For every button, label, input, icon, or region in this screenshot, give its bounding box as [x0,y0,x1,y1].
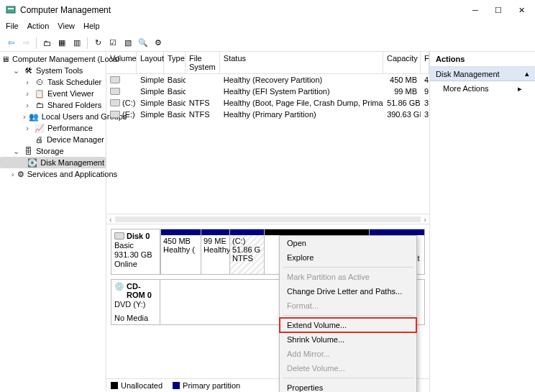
disk-icon [114,232,124,240]
disk-size: 931.30 GB [114,250,157,259]
header-layout[interactable]: Layout [137,52,164,73]
cdrom-info: 💿CD-ROM 0 DVD (Y:) No Media [111,280,160,324]
expand-icon[interactable]: › [23,78,32,86]
ctx-extend-volume[interactable]: Extend Volume... [280,318,416,332]
part-label: NTFS [232,254,262,263]
tree-label: Storage [36,147,64,155]
menu-action[interactable]: Action [27,22,50,33]
legend-swatch-primary [173,382,180,389]
volume-icon [110,111,120,118]
tree-disk-management[interactable]: 💽Disk Management [0,157,106,168]
menu-view[interactable]: View [58,22,75,33]
users-icon: 👥 [29,111,39,122]
cell: Healthy (Boot, Page File, Crash Dump, Pr… [220,98,383,108]
close-button[interactable]: ✕ [516,5,526,15]
cell: 51.86 GB [383,98,421,108]
tree-shared-folders[interactable]: ›🗀Shared Folders [0,99,106,111]
collapse-icon[interactable]: ⌄ [12,147,20,156]
scroll-right-icon[interactable]: › [424,215,426,224]
minimize-button[interactable]: ─ [470,5,480,15]
gear-icon[interactable]: ⚙ [152,37,165,50]
forward-icon[interactable]: ⇨ [19,37,32,50]
tree-services-apps[interactable]: ›⚙Services and Applications [0,168,106,180]
menu-file[interactable]: File [6,22,19,33]
part-label: Healthy ( [163,245,198,254]
cell: Healthy (EFI System Partition) [220,86,383,96]
tree-root[interactable]: 🖥 Computer Management (Local [0,53,106,65]
header-status[interactable]: Status [220,52,383,73]
cell: Basic [164,98,186,108]
back-icon[interactable]: ⇦ [4,37,17,50]
search-icon[interactable]: 🔍 [137,37,150,50]
cell: NTFS [186,109,220,119]
list-header: Volume Layout Type File System Status Ca… [106,52,429,74]
tree-device-manager[interactable]: 🖨Device Manager [0,134,106,145]
tree-label: Event Viewer [47,89,94,98]
tree-system-tools[interactable]: ⌄ 🛠 System Tools [0,65,106,76]
header-type[interactable]: Type [164,52,186,73]
folder-icon[interactable]: 🗀 [40,37,53,50]
event-icon: 📋 [35,88,45,99]
properties-icon[interactable]: ☑ [106,37,119,50]
table-row[interactable]: SimpleBasicHealthy (EFI System Partition… [106,86,429,97]
table-row[interactable]: SimpleBasicHealthy (Recovery Partition)4… [106,74,429,86]
disk-type: Basic [114,241,157,250]
clock-icon: ⏲ [35,77,45,87]
expand-icon[interactable]: › [23,112,26,121]
ctx-change-letter[interactable]: Change Drive Letter and Paths... [280,284,416,298]
partition-c[interactable]: (C:)51.86 GNTFS [229,229,264,274]
horizontal-scrollbar[interactable]: ‹› [106,214,429,224]
view2-icon[interactable]: ▥ [70,37,83,50]
header-fs[interactable]: File System [186,52,220,73]
table-row[interactable]: (E:)SimpleBasicNTFSHealthy (Primary Part… [106,109,429,120]
part-label: 450 MB [163,237,198,245]
cdrom-state: No Media [114,314,157,322]
header-volume[interactable]: Volume [106,52,137,73]
table-row[interactable]: (C:)SimpleBasicNTFSHealthy (Boot, Page F… [106,97,429,109]
maximize-button[interactable]: ☐ [493,5,503,15]
toolbar: ⇦ ⇨ 🗀 ▦ ▥ ↻ ☑ ▧ 🔍 ⚙ [0,35,535,52]
actions-section[interactable]: Disk Management ▴ [430,67,535,81]
expand-icon[interactable]: › [23,101,32,109]
expand-icon[interactable]: › [12,170,14,178]
partition-efi[interactable]: 99 MEHealthy [201,229,229,274]
cdrom-icon: 💿 [114,282,124,299]
tree-task-scheduler[interactable]: ›⏲Task Scheduler [0,76,106,88]
header-capacity[interactable]: Capacity [383,52,421,73]
navigation-tree: 🖥 Computer Management (Local ⌄ 🛠 System … [0,52,106,392]
ctx-properties[interactable]: Properties [280,380,416,392]
collapse-icon[interactable]: ⌄ [12,66,20,76]
expand-icon[interactable]: › [23,124,32,132]
tree-event-viewer[interactable]: ›📋Event Viewer [0,88,106,99]
view-icon[interactable]: ▦ [55,37,68,50]
tree-performance[interactable]: ›📈Performance [0,122,106,134]
ctx-shrink-volume[interactable]: Shrink Volume... [280,332,416,347]
disk-state: Online [114,260,157,268]
folder-icon: 🗀 [35,100,45,110]
cell [186,75,220,85]
cell: NTFS [186,98,220,108]
ctx-open[interactable]: Open [280,236,416,250]
tree-label: Services and Applications [27,170,117,178]
header-f[interactable]: F [421,52,429,73]
svg-rect-0 [6,6,15,13]
cell: 3 [421,98,429,108]
menu-help[interactable]: Help [83,22,100,33]
chevron-up-icon: ▴ [525,69,529,78]
more-actions[interactable]: More Actions ▸ [430,81,535,96]
part-label: Healthy [204,245,227,254]
volume-icon [110,88,120,95]
refresh-icon[interactable]: ↻ [91,37,104,50]
tree-label: Task Scheduler [47,78,101,86]
cell: (E:) [122,110,135,119]
tree-local-users[interactable]: ›👥Local Users and Groups [0,111,106,122]
cell: 4 [421,75,429,85]
expand-icon[interactable]: › [23,89,32,98]
title-bar: Computer Management ─ ☐ ✕ [0,0,535,20]
ctx-explore[interactable]: Explore [280,250,416,265]
tree-storage[interactable]: ⌄🗄Storage [0,145,106,157]
partition-recovery[interactable]: 450 MBHealthy ( [160,229,201,274]
separator [283,315,413,316]
toolbar-icon[interactable]: ▧ [122,37,134,50]
scroll-left-icon[interactable]: ‹ [109,215,112,224]
